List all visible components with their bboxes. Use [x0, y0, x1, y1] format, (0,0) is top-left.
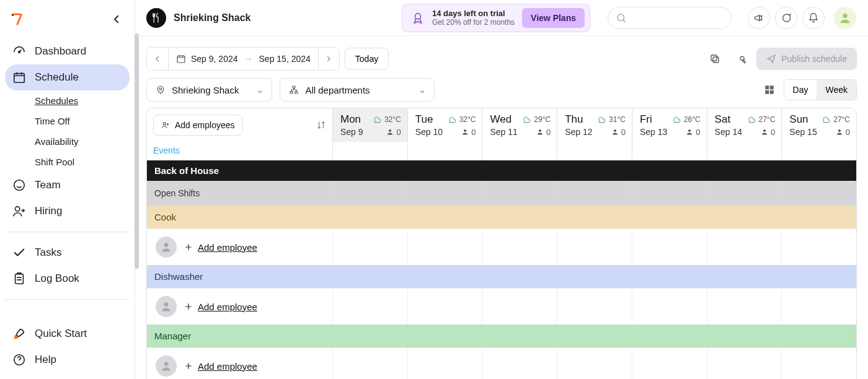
- sort-button[interactable]: [316, 120, 326, 130]
- cell[interactable]: [408, 289, 483, 325]
- cell[interactable]: [333, 142, 408, 160]
- range-picker-button[interactable]: Sep 9, 2024 → Sep 15, 2024: [168, 48, 318, 70]
- dow-label: Fri: [640, 113, 652, 126]
- cell[interactable]: [333, 181, 408, 206]
- cell[interactable]: [333, 289, 408, 325]
- plus-icon: [184, 302, 193, 311]
- day-header-fri[interactable]: Fri 26°C Sep 13 0: [632, 108, 707, 142]
- cell[interactable]: [408, 348, 483, 379]
- nav-logbook[interactable]: Log Book: [5, 266, 130, 292]
- tools-button[interactable]: [730, 48, 751, 69]
- weather: 32°C: [372, 115, 401, 124]
- nav-hiring[interactable]: Hiring: [5, 198, 130, 224]
- cell[interactable]: [632, 348, 707, 379]
- location-filter[interactable]: Shrieking Shack ⌄: [146, 78, 272, 102]
- cell[interactable]: [632, 289, 707, 325]
- cell[interactable]: [333, 229, 408, 265]
- cell[interactable]: [782, 229, 856, 265]
- day-header-sun[interactable]: Sun 27°C Sep 15 0: [782, 108, 856, 142]
- cell[interactable]: [707, 289, 782, 325]
- nav-tasks[interactable]: Tasks: [5, 240, 130, 266]
- nav-shiftpool[interactable]: Shift Pool: [35, 152, 130, 172]
- cell[interactable]: [782, 289, 856, 325]
- nav-availability[interactable]: Availability: [35, 131, 130, 152]
- check-icon: [12, 246, 26, 259]
- range-next-button[interactable]: [318, 48, 339, 70]
- view-day-button[interactable]: Day: [784, 80, 817, 100]
- cell[interactable]: [408, 229, 483, 265]
- cell[interactable]: [782, 348, 856, 379]
- nav-help[interactable]: Help: [5, 347, 130, 373]
- cell[interactable]: [408, 142, 483, 160]
- nav-dashboard[interactable]: Dashboard: [5, 38, 130, 64]
- search-input[interactable]: [608, 7, 732, 29]
- day-header-thu[interactable]: Thu 31°C Sep 12 0: [557, 108, 632, 142]
- chevron-down-icon: ⌄: [418, 84, 427, 95]
- notifications-button[interactable]: [802, 7, 825, 29]
- person-icon: [536, 128, 544, 136]
- layout-toggle-button[interactable]: [761, 82, 777, 98]
- nav-team[interactable]: Team: [5, 172, 130, 198]
- add-employees-button[interactable]: Add employees: [153, 115, 243, 136]
- cell[interactable]: [707, 229, 782, 265]
- svg-rect-15: [290, 92, 293, 94]
- day-header-tue[interactable]: Tue 32°C Sep 10 0: [408, 108, 483, 142]
- cell[interactable]: [333, 348, 408, 379]
- cell[interactable]: [557, 142, 632, 160]
- day-header-mon[interactable]: Mon 32°C Sep 9 0: [333, 108, 408, 142]
- department-filter[interactable]: All departments ⌄: [280, 78, 435, 102]
- copy-icon: [709, 53, 720, 64]
- nav-timeoff[interactable]: Time Off: [35, 111, 130, 131]
- range-prev-button[interactable]: [147, 48, 168, 70]
- nav-schedule[interactable]: Schedule: [5, 64, 130, 90]
- cell[interactable]: [557, 348, 632, 379]
- announcements-button[interactable]: [748, 7, 770, 29]
- cell[interactable]: [632, 229, 707, 265]
- filters-row: Shrieking Shack ⌄ All departments ⌄ Day …: [135, 78, 868, 108]
- cell[interactable]: [707, 348, 782, 379]
- section-back-of-house[interactable]: Back of House: [147, 160, 856, 181]
- role-manager-header[interactable]: Manager: [147, 325, 856, 347]
- empty-avatar: [156, 355, 177, 377]
- cell[interactable]: [482, 229, 557, 265]
- view-plans-button[interactable]: View Plans: [522, 8, 585, 28]
- cell[interactable]: [707, 142, 782, 160]
- people-count: 0: [686, 128, 700, 137]
- org-switcher[interactable]: Shrieking Shack: [146, 8, 251, 28]
- view-week-button[interactable]: Week: [817, 80, 856, 100]
- cell[interactable]: [482, 348, 557, 379]
- role-cook-header[interactable]: Cook: [147, 206, 856, 229]
- nav-quickstart[interactable]: Quick Start: [5, 321, 130, 347]
- day-header-wed[interactable]: Wed 29°C Sep 11 0: [482, 108, 557, 142]
- cell[interactable]: [632, 142, 707, 160]
- cell[interactable]: [557, 289, 632, 325]
- cell[interactable]: [707, 181, 782, 206]
- events-link[interactable]: Events: [147, 142, 333, 160]
- cell[interactable]: [557, 181, 632, 206]
- cell[interactable]: [782, 142, 856, 160]
- svg-rect-18: [769, 85, 773, 89]
- cell[interactable]: [557, 229, 632, 265]
- svg-point-1: [19, 51, 20, 53]
- nav-schedules[interactable]: Schedules: [35, 90, 130, 111]
- svg-point-29: [164, 243, 169, 247]
- cell[interactable]: [482, 181, 557, 206]
- cell[interactable]: [482, 289, 557, 325]
- user-avatar[interactable]: [833, 6, 857, 30]
- copy-schedule-button[interactable]: [704, 48, 725, 69]
- cell[interactable]: [408, 181, 483, 206]
- manager-add-employee-button[interactable]: Add employee: [184, 361, 257, 372]
- cell[interactable]: [782, 181, 856, 206]
- temp: 27°C: [833, 115, 850, 124]
- cell[interactable]: [632, 181, 707, 206]
- today-button[interactable]: Today: [345, 48, 389, 70]
- dishwasher-add-employee-button[interactable]: Add employee: [184, 302, 257, 312]
- publish-schedule-button[interactable]: Publish schedule: [756, 48, 857, 70]
- cell[interactable]: [482, 142, 557, 160]
- day-header-sat[interactable]: Sat 27°C Sep 14 0: [707, 108, 782, 142]
- cook-add-employee-button[interactable]: Add employee: [184, 242, 257, 253]
- messages-button[interactable]: [775, 7, 797, 29]
- sidebar-collapse-button[interactable]: [108, 11, 125, 27]
- role-dishwasher-header[interactable]: Dishwasher: [147, 265, 856, 288]
- person-icon: [386, 128, 394, 136]
